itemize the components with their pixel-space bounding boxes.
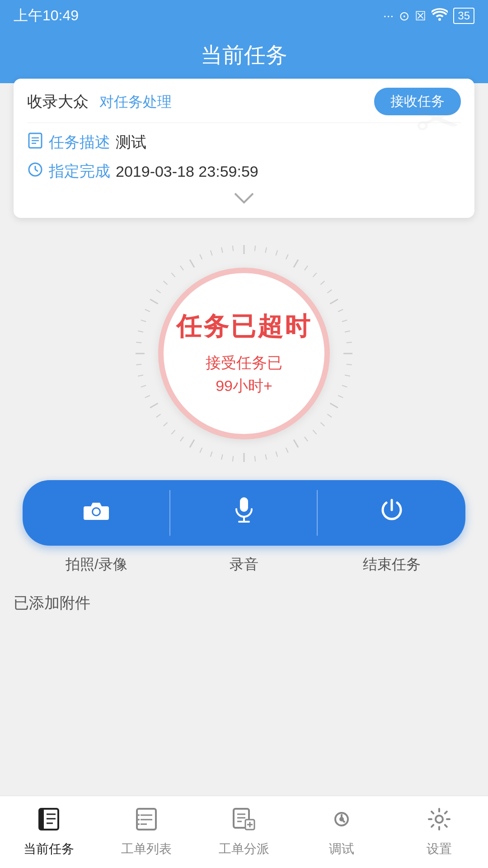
svg-line-59: [164, 281, 168, 284]
current-task-nav-label: 当前任务: [23, 840, 74, 858]
attachments-section: 已添加附件: [14, 593, 474, 613]
sim-icon: ☒: [415, 9, 426, 24]
svg-rect-69: [240, 497, 248, 512]
svg-line-64: [211, 250, 212, 255]
task-deadline-row: 指定完成 2019-03-18 23:59:59: [27, 161, 461, 182]
svg-line-17: [330, 299, 338, 304]
svg-line-45: [164, 423, 168, 426]
svg-line-48: [145, 396, 150, 398]
svg-point-95: [436, 816, 443, 823]
svg-line-50: [138, 375, 143, 376]
svg-line-46: [156, 414, 161, 417]
end-task-button[interactable]: [318, 480, 465, 546]
svg-line-57: [150, 299, 158, 304]
current-task-icon: [37, 807, 61, 837]
clock-outer: // This won't work inside SVG; using a d…: [131, 241, 357, 467]
svg-line-51: [136, 364, 141, 365]
svg-point-94: [340, 818, 343, 821]
order-assign-nav-label: 工单分派: [219, 840, 269, 858]
svg-line-42: [190, 440, 194, 448]
svg-line-43: [180, 437, 183, 441]
svg-point-83: [138, 823, 140, 825]
svg-line-62: [190, 259, 194, 267]
order-list-nav-label: 工单列表: [121, 840, 172, 858]
svg-line-55: [141, 320, 146, 322]
status-time: 上午10:49: [14, 6, 79, 26]
card-chevron[interactable]: [27, 190, 461, 209]
mic-label: 录音: [170, 555, 318, 575]
debug-nav-label: 调试: [329, 840, 354, 858]
task-description-row: 任务描述 测试: [27, 132, 461, 153]
task-card: ✂ 收录大众 对任务处理 接收任务 任务描述 测试 指定完成 2: [14, 79, 474, 218]
description-icon: [27, 132, 43, 153]
svg-line-23: [347, 364, 352, 365]
svg-line-20: [345, 331, 350, 332]
svg-line-26: [338, 396, 343, 398]
svg-line-54: [138, 331, 143, 332]
svg-rect-73: [39, 809, 44, 830]
location-icon: ⊙: [399, 9, 409, 24]
mic-button[interactable]: [170, 480, 318, 546]
svg-point-82: [138, 819, 140, 821]
accept-task-button[interactable]: 接收任务: [374, 88, 461, 115]
nav-item-debug[interactable]: 调试: [293, 796, 390, 868]
svg-line-47: [150, 403, 158, 408]
debug-icon: [329, 807, 354, 837]
svg-line-30: [313, 430, 317, 434]
wifi-icon: [432, 8, 448, 24]
svg-line-33: [286, 448, 288, 453]
svg-line-60: [171, 273, 175, 277]
svg-line-10: [276, 250, 277, 255]
overtime-subtitle: 接受任务已 99小时+: [206, 351, 282, 397]
signal-icon: ···: [383, 9, 394, 23]
overtime-title: 任务已超时: [176, 310, 312, 344]
description-value: 测试: [116, 132, 146, 153]
task-id-area: 收录大众 对任务处理: [27, 91, 172, 112]
nav-item-order-assign[interactable]: 工单分派: [195, 796, 293, 868]
overtime-sub-line2: 99小时+: [216, 377, 272, 394]
description-label: 任务描述: [49, 132, 110, 153]
svg-line-8: [255, 245, 255, 251]
nav-item-current-task[interactable]: 当前任务: [0, 796, 98, 868]
svg-line-65: [221, 247, 222, 253]
svg-line-19: [342, 320, 347, 322]
svg-line-35: [265, 454, 266, 460]
overtime-sub-line1: 接受任务已: [206, 354, 282, 371]
svg-line-28: [327, 414, 332, 417]
svg-line-24: [345, 375, 350, 376]
svg-line-32: [294, 440, 298, 448]
settings-icon: [427, 807, 451, 837]
status-bar: 上午10:49 ··· ⊙ ☒ 35: [0, 0, 488, 32]
svg-line-14: [313, 273, 317, 277]
clock-inner: 任务已超时 接受任务已 99小时+: [158, 268, 330, 439]
power-icon: [379, 497, 404, 528]
attachments-label: 已添加附件: [14, 594, 90, 611]
settings-nav-label: 设置: [427, 840, 452, 858]
svg-line-41: [200, 448, 202, 453]
svg-line-18: [338, 309, 343, 311]
svg-line-63: [200, 255, 202, 259]
svg-line-40: [211, 452, 212, 457]
nav-item-settings[interactable]: 设置: [390, 796, 488, 868]
task-type-text: 对任务处理: [99, 94, 172, 110]
task-card-top-row: 收录大众 对任务处理 接收任务: [27, 88, 461, 123]
bottom-nav: 当前任务 工单列表: [0, 796, 488, 868]
svg-line-11: [286, 255, 288, 259]
order-assign-icon: [232, 807, 256, 837]
svg-line-53: [136, 342, 141, 343]
svg-line-15: [320, 281, 324, 284]
mic-icon: [233, 496, 255, 529]
svg-line-29: [320, 423, 324, 426]
svg-line-25: [342, 385, 347, 387]
nav-item-order-list[interactable]: 工单列表: [98, 796, 195, 868]
timer-area: // This won't work inside SVG; using a d…: [0, 241, 488, 467]
svg-line-39: [221, 454, 222, 460]
action-buttons-wrapper: [23, 480, 465, 546]
svg-line-27: [330, 403, 338, 408]
camera-button[interactable]: [23, 480, 170, 546]
action-labels: 拍照/录像 录音 结束任务: [23, 555, 465, 575]
svg-line-34: [276, 452, 277, 457]
camera-label: 拍照/录像: [23, 555, 170, 575]
deadline-value: 2019-03-18 23:59:59: [116, 163, 258, 180]
order-list-icon: [134, 807, 159, 837]
